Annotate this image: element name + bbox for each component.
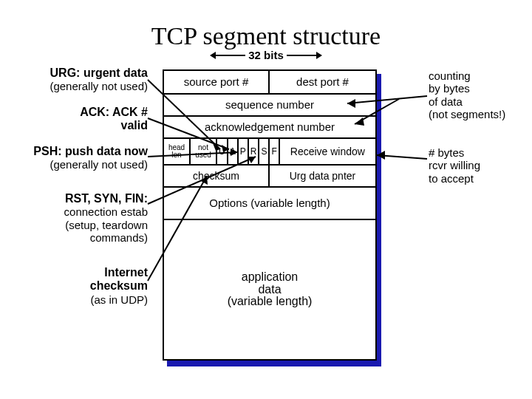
note-rsf: RST, SYN, FIN: connection estab (setup, … (7, 192, 148, 244)
svg-line-14 (377, 155, 427, 159)
flag-urg: U (217, 139, 228, 164)
note-count-l1: counting (429, 69, 525, 82)
note-rsf-sub2: (setup, teardown (7, 219, 148, 231)
note-ack-head: ACK: ACK # (7, 106, 148, 119)
field-not-used-l2: used (195, 151, 211, 159)
field-source-port: source port # (164, 71, 270, 93)
data-line2: data (258, 284, 281, 296)
field-header-length-l2: len (171, 151, 181, 159)
note-psh-sub: (generally not used) (7, 158, 148, 171)
arrow-left-icon (214, 55, 245, 56)
flag-syn: S (259, 139, 270, 164)
flag-fin: F (270, 139, 279, 164)
field-checksum: checksum (164, 166, 270, 186)
note-urg: URG: urgent data (generally not used) (7, 66, 148, 93)
page-title: TCP segment structure (0, 22, 532, 50)
data-line1: application (242, 271, 299, 284)
flag-rst: R (249, 139, 260, 164)
note-urg-sub: (generally not used) (7, 80, 148, 92)
bit-width-indicator: 32 bits (214, 49, 318, 61)
field-ack-number: acknowledgement number (164, 117, 375, 137)
field-urgent-pointer: Urg data pnter (270, 166, 375, 186)
note-rwnd: # bytes rcvr willing to accept (429, 146, 525, 185)
bit-width-label: 32 bits (248, 49, 284, 61)
note-chk-sub2: (as in UDP) (7, 293, 148, 306)
segment-diagram: source port # dest port # sequence numbe… (163, 69, 377, 361)
note-count-l4: (not segments!) (429, 108, 525, 120)
note-checksum: Internet checksum (as in UDP) (7, 266, 148, 306)
note-rsf-sub3: commands) (7, 231, 148, 244)
note-count-l3: of data (429, 95, 525, 108)
note-rwnd-l3: to accept (429, 172, 525, 185)
note-chk-head: Internet (7, 266, 148, 279)
note-ack: ACK: ACK # valid (7, 106, 148, 133)
field-header-length: headlen (164, 139, 191, 164)
note-urg-head: URG: urgent data (7, 66, 148, 80)
arrow-right-icon (287, 55, 318, 56)
segment-table: source port # dest port # sequence numbe… (163, 69, 377, 361)
note-ack-sub: valid (7, 119, 148, 132)
field-dest-port: dest port # (270, 71, 375, 93)
flag-ack: A (228, 139, 239, 164)
note-psh: PSH: push data now (generally not used) (7, 145, 148, 171)
note-rsf-head: RST, SYN, FIN: (7, 192, 148, 205)
field-sequence-number: sequence number (164, 95, 375, 115)
flag-psh: P (239, 139, 249, 164)
note-chk-sub1: checksum (7, 279, 148, 293)
note-rwnd-l1: # bytes (429, 146, 525, 159)
note-count-l2: by bytes (429, 82, 525, 95)
field-application-data: application data (variable length) (164, 220, 375, 359)
data-line3: (variable length) (228, 296, 313, 308)
field-not-used: notused (191, 139, 217, 164)
field-options: Options (variable length) (164, 188, 375, 219)
note-rsf-sub1: connection estab (7, 205, 148, 218)
field-receive-window: Receive window (280, 139, 375, 164)
note-psh-head: PSH: push data now (7, 145, 148, 158)
note-counting: counting by bytes of data (not segments!… (429, 69, 525, 120)
note-rwnd-l2: rcvr willing (429, 159, 525, 171)
